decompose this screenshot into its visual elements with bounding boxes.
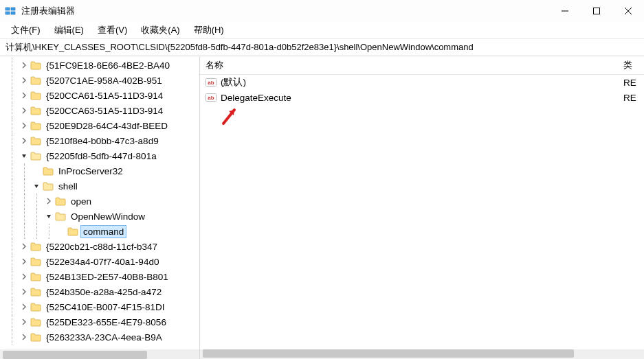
tree-item[interactable]: {520CCA63-51A5-11D3-914 xyxy=(0,103,199,118)
column-name[interactable]: 名称 xyxy=(206,59,623,71)
expander-icon[interactable] xyxy=(19,60,29,70)
tree-item-label: open xyxy=(69,196,93,207)
list-column-header[interactable]: 名称 类 xyxy=(200,56,644,75)
folder-icon xyxy=(67,227,78,236)
tree-item[interactable]: {5263233A-23CA-4eea-B9A xyxy=(0,329,199,345)
folder-icon xyxy=(30,332,41,342)
menubar: 文件(F) 编辑(E) 查看(V) 收藏夹(A) 帮助(H) xyxy=(0,22,644,39)
svg-text:ab: ab xyxy=(208,95,214,101)
tree-item[interactable]: {52205fd8-5dfb-447d-801a xyxy=(0,148,199,163)
value-row[interactable]: ab(默认)RE xyxy=(200,75,644,90)
folder-icon xyxy=(30,317,41,327)
value-list[interactable]: ab(默认)REabDelegateExecuteRE xyxy=(200,75,644,105)
tree-item-label: command xyxy=(81,226,126,238)
folder-icon xyxy=(30,302,41,312)
expander-icon[interactable] xyxy=(19,272,29,281)
expander-icon[interactable] xyxy=(44,196,54,206)
menu-file[interactable]: 文件(F) xyxy=(4,23,47,38)
tree-item-label: {524b350e-a28a-425d-a472 xyxy=(44,286,164,298)
tree-item[interactable]: {520E9D28-64C4-43df-BEED xyxy=(0,118,199,133)
expander-icon[interactable] xyxy=(32,181,41,191)
expander-icon[interactable] xyxy=(19,332,29,342)
tree-item-label: shell xyxy=(56,181,80,192)
menu-help[interactable]: 帮助(H) xyxy=(187,23,231,38)
expander-icon[interactable] xyxy=(19,302,29,312)
tree-item[interactable]: {524b350e-a28a-425d-a472 xyxy=(0,284,199,299)
folder-icon xyxy=(30,151,41,161)
arrow-annotation-icon xyxy=(221,106,241,128)
tree-item[interactable]: InProcServer32 xyxy=(0,163,199,178)
folder-icon xyxy=(55,196,66,206)
tree-item-label: {5210f8e4-b0bb-47c3-a8d9 xyxy=(44,135,161,147)
menu-view[interactable]: 查看(V) xyxy=(91,23,134,38)
svg-rect-2 xyxy=(11,8,15,10)
expander-icon[interactable] xyxy=(19,257,29,266)
folder-icon xyxy=(43,181,54,191)
folder-icon xyxy=(30,60,41,70)
list-hscrollbar[interactable] xyxy=(200,349,644,359)
folder-icon xyxy=(30,287,41,297)
window-controls xyxy=(549,0,644,22)
address-bar[interactable]: 计算机\HKEY_CLASSES_ROOT\CLSID\{52205fd8-5d… xyxy=(0,39,644,56)
tree-pane: {51FC9E18-6E66-4BE2-BA40{5207C1AE-958A-4… xyxy=(0,56,200,359)
tree-item[interactable]: command xyxy=(0,224,199,239)
menu-favorites[interactable]: 收藏夹(A) xyxy=(134,23,186,38)
maximize-button[interactable] xyxy=(581,0,612,22)
expander-icon[interactable] xyxy=(19,76,29,85)
svg-rect-3 xyxy=(11,12,15,14)
folder-icon xyxy=(30,121,41,130)
app-icon xyxy=(5,5,16,16)
minimize-button[interactable] xyxy=(549,0,581,22)
folder-icon xyxy=(30,257,41,266)
expander-icon[interactable] xyxy=(19,121,29,130)
expander-icon[interactable] xyxy=(19,136,29,146)
tree-item[interactable]: {524B13ED-2E57-40B8-B801 xyxy=(0,269,199,284)
tree-item[interactable]: OpenNewWindow xyxy=(0,209,199,224)
svg-rect-0 xyxy=(5,8,10,10)
expander-icon[interactable] xyxy=(19,151,29,161)
tree-item-label: {520E9D28-64C4-43df-BEED xyxy=(44,120,170,132)
value-row[interactable]: abDelegateExecuteRE xyxy=(200,90,644,105)
tree-item-label: {520CCA63-51A5-11D3-914 xyxy=(44,105,165,117)
tree-item[interactable]: {525DE323-655E-4E79-8056 xyxy=(0,314,199,329)
tree-item[interactable]: {5220cb21-c88d-11cf-b347 xyxy=(0,239,199,254)
tree-item[interactable]: {525C410E-B007-4F15-81DI xyxy=(0,299,199,314)
tree-view[interactable]: {51FC9E18-6E66-4BE2-BA40{5207C1AE-958A-4… xyxy=(0,56,199,349)
value-type: RE xyxy=(623,93,644,103)
tree-item[interactable]: {520CCA61-51A5-11D3-914 xyxy=(0,88,199,103)
expander-icon[interactable] xyxy=(19,91,29,100)
tree-item[interactable]: {5210f8e4-b0bb-47c3-a8d9 xyxy=(0,133,199,148)
main-area: {51FC9E18-6E66-4BE2-BA40{5207C1AE-958A-4… xyxy=(0,56,644,359)
menu-edit[interactable]: 编辑(E) xyxy=(47,23,91,38)
expander-icon[interactable] xyxy=(19,242,29,251)
expander-icon[interactable] xyxy=(19,106,29,115)
string-value-icon: ab xyxy=(206,92,216,103)
folder-icon xyxy=(30,136,41,146)
tree-item-label: {51FC9E18-6E66-4BE2-BA40 xyxy=(44,60,172,71)
tree-item[interactable]: open xyxy=(0,194,199,209)
folder-icon xyxy=(30,91,41,100)
folder-icon xyxy=(30,242,41,251)
close-button[interactable] xyxy=(612,0,644,22)
tree-item-label: {525C410E-B007-4F15-81DI xyxy=(44,301,167,313)
svg-rect-5 xyxy=(594,8,600,14)
folder-icon xyxy=(30,272,41,281)
tree-item-label: {520CCA61-51A5-11D3-914 xyxy=(44,90,165,102)
tree-hscrollbar[interactable] xyxy=(0,349,199,359)
folder-icon xyxy=(30,106,41,115)
svg-rect-1 xyxy=(5,12,10,14)
tree-item[interactable]: {5207C1AE-958A-402B-951 xyxy=(0,73,199,88)
tree-item[interactable]: shell xyxy=(0,178,199,194)
column-type[interactable]: 类 xyxy=(623,59,644,71)
expander-icon[interactable] xyxy=(19,287,29,297)
value-name: DelegateExecute xyxy=(221,93,623,103)
list-pane: 名称 类 ab(默认)REabDelegateExecuteRE xyxy=(200,56,644,359)
tree-item-label: {525DE323-655E-4E79-8056 xyxy=(44,316,168,328)
tree-item-label: {5207C1AE-958A-402B-951 xyxy=(44,75,164,86)
expander-icon[interactable] xyxy=(19,317,29,327)
tree-item[interactable]: {522e34a4-07f7-40a1-94d0 xyxy=(0,254,199,269)
tree-item-label: InProcServer32 xyxy=(56,165,125,177)
expander-icon[interactable] xyxy=(44,211,54,221)
tree-item[interactable]: {51FC9E18-6E66-4BE2-BA40 xyxy=(0,58,199,73)
folder-icon xyxy=(55,211,66,221)
